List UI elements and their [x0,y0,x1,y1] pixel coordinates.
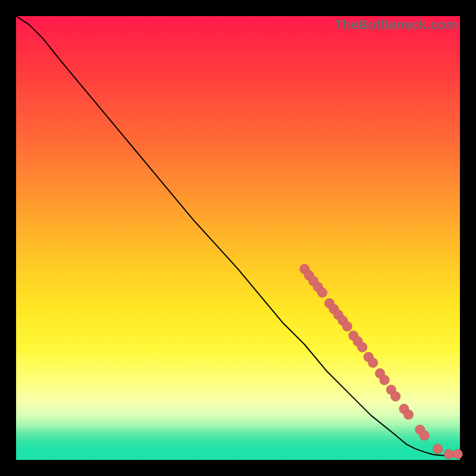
curve-marker [342,321,352,331]
curve-markers-group [300,264,463,459]
curve-marker [403,410,413,419]
chart-frame: TheBottleneck.com [16,16,460,460]
curve-marker [318,288,327,298]
curve-marker [419,431,429,440]
curve-marker [433,444,443,453]
curve-marker [391,392,400,401]
watermark-text: TheBottleneck.com [335,17,458,33]
curve-marker [444,449,453,459]
curve-marker [358,342,367,352]
curve-marker [453,449,462,459]
curve-marker [380,375,389,385]
curve-marker [368,358,378,367]
chart-svg [16,16,460,460]
